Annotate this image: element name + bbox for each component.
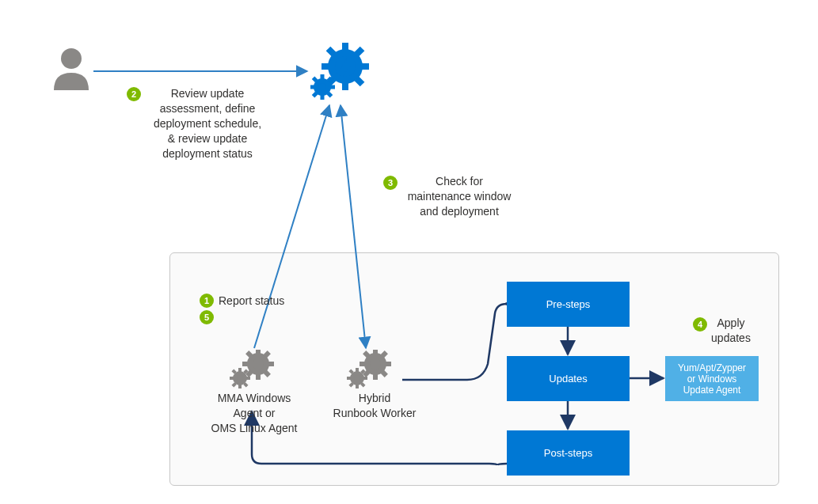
svg-point-28 bbox=[253, 358, 264, 369]
svg-rect-41 bbox=[230, 377, 234, 380]
svg-rect-19 bbox=[321, 74, 325, 79]
svg-rect-49 bbox=[373, 350, 378, 354]
svg-point-38 bbox=[237, 375, 243, 381]
svg-rect-21 bbox=[310, 85, 314, 89]
svg-rect-50 bbox=[373, 373, 378, 380]
step-2-num: 2 bbox=[127, 87, 141, 101]
svg-rect-51 bbox=[360, 362, 366, 366]
svg-rect-59 bbox=[356, 368, 359, 372]
svg-point-18 bbox=[318, 83, 326, 91]
agent-icon bbox=[230, 350, 274, 392]
svg-rect-60 bbox=[356, 385, 359, 388]
step-1-badge: 1 bbox=[200, 294, 214, 308]
updates-label: Updates bbox=[549, 373, 587, 385]
svg-rect-22 bbox=[330, 85, 335, 89]
svg-point-58 bbox=[354, 375, 360, 381]
svg-point-6 bbox=[61, 48, 82, 69]
svg-rect-20 bbox=[321, 95, 325, 100]
agent-label: MMA Windows Agent or OMS Linux Agent bbox=[203, 391, 306, 436]
svg-rect-39 bbox=[238, 368, 242, 372]
svg-rect-12 bbox=[361, 63, 369, 70]
step-2-badge: 2 bbox=[127, 87, 141, 101]
updater-label: Yum/Apt/Zypper or Windows Update Agent bbox=[678, 362, 746, 396]
svg-rect-30 bbox=[256, 373, 261, 380]
svg-rect-40 bbox=[238, 385, 242, 388]
svg-rect-29 bbox=[256, 350, 261, 354]
svg-rect-10 bbox=[342, 82, 348, 90]
svg-point-48 bbox=[370, 358, 381, 369]
pre-steps-box: Pre-steps bbox=[507, 282, 630, 327]
automation-icon bbox=[310, 41, 372, 105]
hrw-label: Hybrid Runbook Worker bbox=[323, 391, 426, 421]
pre-steps-label: Pre-steps bbox=[546, 298, 591, 310]
user-icon bbox=[51, 46, 92, 94]
step-4-label: Apply updates bbox=[684, 316, 763, 346]
updates-box: Updates bbox=[507, 356, 630, 401]
svg-rect-11 bbox=[321, 63, 329, 70]
hrw-icon bbox=[347, 350, 391, 392]
step-5-badge: 5 bbox=[200, 310, 214, 324]
step-1-num: 1 bbox=[200, 294, 214, 308]
step-2-label: Review update assessment, define deploym… bbox=[144, 86, 271, 161]
post-steps-label: Post-steps bbox=[544, 447, 592, 459]
svg-rect-9 bbox=[342, 43, 348, 51]
step-5-num: 5 bbox=[200, 310, 214, 324]
step-1-label: Report status bbox=[219, 294, 306, 309]
svg-rect-61 bbox=[347, 377, 351, 380]
svg-rect-42 bbox=[246, 377, 250, 380]
svg-rect-62 bbox=[363, 377, 367, 380]
svg-rect-32 bbox=[268, 362, 274, 366]
svg-rect-31 bbox=[242, 362, 249, 366]
svg-rect-52 bbox=[385, 362, 391, 366]
updater-box: Yum/Apt/Zypper or Windows Update Agent bbox=[665, 356, 759, 401]
step-3-label: Check for maintenance window and deploym… bbox=[396, 174, 523, 219]
post-steps-box: Post-steps bbox=[507, 430, 630, 476]
